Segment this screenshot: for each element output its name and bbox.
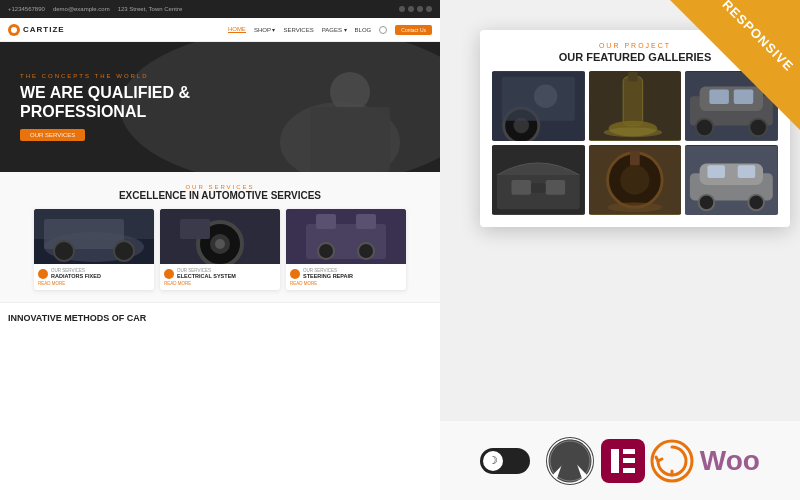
service-card-1: OUR SERVICES RADIATORS FIXED READ MORE bbox=[34, 209, 154, 290]
responsive-badge-container: RESPONSIVE bbox=[670, 0, 800, 130]
nav-pages[interactable]: PAGES ▾ bbox=[322, 26, 347, 33]
hero-subtitle: THE CONCEPTS THE WORLD bbox=[20, 73, 220, 79]
social-icon-tw[interactable] bbox=[408, 6, 414, 12]
svg-point-31 bbox=[603, 127, 662, 137]
logo-text: CARTIZE bbox=[23, 25, 65, 34]
services-grid: OUR SERVICES RADIATORS FIXED READ MORE bbox=[8, 209, 432, 290]
nav-blog[interactable]: BLOG bbox=[355, 27, 372, 33]
topbar-address: 123 Street, Town Centre bbox=[118, 6, 183, 12]
main-container: +1234567890 demo@example.com 123 Street,… bbox=[0, 0, 800, 500]
site-nav: CARTIZE HOME SHOP ▾ SERVICES PAGES ▾ BLO… bbox=[0, 18, 440, 42]
svg-point-48 bbox=[607, 202, 662, 212]
site-logo: CARTIZE bbox=[8, 24, 65, 36]
topbar-social bbox=[399, 6, 432, 12]
svg-point-14 bbox=[215, 239, 225, 249]
service-img-2 bbox=[160, 209, 280, 264]
innovative-title: INNOVATIVE METHODS OF CAR bbox=[8, 313, 432, 323]
nav-shop[interactable]: SHOP ▾ bbox=[254, 26, 276, 33]
svg-point-3 bbox=[330, 72, 370, 112]
dark-mode-toggle[interactable]: ☽ bbox=[480, 448, 530, 474]
svg-rect-15 bbox=[180, 219, 210, 239]
svg-rect-60 bbox=[611, 449, 619, 473]
svg-point-10 bbox=[114, 241, 134, 261]
svg-rect-42 bbox=[546, 180, 566, 195]
nav-cta-button[interactable]: Contact Us bbox=[395, 25, 432, 35]
service-info-2: OUR SERVICES ELECTRICAL SYSTEM READ MORE bbox=[160, 264, 280, 290]
svg-point-0 bbox=[11, 27, 17, 33]
gallery-item-6[interactable] bbox=[685, 145, 778, 215]
topbar-email: demo@example.com bbox=[53, 6, 110, 12]
service-info-1: OUR SERVICES RADIATORS FIXED READ MORE bbox=[34, 264, 154, 290]
svg-rect-21 bbox=[356, 214, 376, 229]
service-img-1 bbox=[34, 209, 154, 264]
topbar-phone: +1234567890 bbox=[8, 6, 45, 12]
elementor-icon bbox=[601, 439, 645, 483]
social-icon-ig[interactable] bbox=[417, 6, 423, 12]
service-icon-row-3: OUR SERVICES STEERING REPAIR bbox=[290, 268, 402, 279]
elementor-logo bbox=[601, 439, 645, 483]
moon-icon: ☽ bbox=[488, 454, 498, 467]
nav-services[interactable]: SERVICES bbox=[283, 27, 313, 33]
hero-title: WE ARE QUALIFIED & PROFESSIONAL bbox=[20, 83, 220, 121]
svg-rect-63 bbox=[623, 468, 635, 473]
service-info-3: OUR SERVICES STEERING REPAIR READ MORE bbox=[286, 264, 406, 290]
gallery-item-4[interactable] bbox=[492, 145, 585, 215]
wordpress-icon bbox=[545, 436, 595, 486]
gallery-item-5[interactable] bbox=[589, 145, 682, 215]
svg-rect-30 bbox=[628, 72, 638, 82]
svg-rect-62 bbox=[623, 458, 635, 463]
svg-rect-61 bbox=[623, 449, 635, 454]
gallery-item-1[interactable] bbox=[492, 71, 585, 141]
service-read-more-2[interactable]: READ MORE bbox=[164, 281, 276, 286]
topbar-left: +1234567890 demo@example.com 123 Street,… bbox=[8, 6, 182, 12]
social-icon-yt[interactable] bbox=[426, 6, 432, 12]
service-label-2: ELECTRICAL SYSTEM bbox=[177, 273, 236, 279]
service-read-more-3[interactable]: READ MORE bbox=[290, 281, 402, 286]
hero-cta-button[interactable]: OUR SERVICES bbox=[20, 129, 85, 141]
right-panel: RESPONSIVE OUR PROJECT OUR FEATURED GALL… bbox=[440, 0, 800, 500]
hero-bg-mechanic bbox=[240, 42, 400, 172]
social-icon-fb[interactable] bbox=[399, 6, 405, 12]
svg-point-53 bbox=[749, 195, 765, 211]
service-img-3 bbox=[286, 209, 406, 264]
service-icon-row-1: OUR SERVICES RADIATORS FIXED bbox=[38, 268, 150, 279]
service-read-more-1[interactable]: READ MORE bbox=[38, 281, 150, 286]
service-label-3: STEERING REPAIR bbox=[303, 273, 353, 279]
service-card-2: OUR SERVICES ELECTRICAL SYSTEM READ MORE bbox=[160, 209, 280, 290]
svg-rect-20 bbox=[316, 214, 336, 229]
nav-home[interactable]: HOME bbox=[228, 26, 246, 33]
svg-rect-28 bbox=[623, 77, 643, 126]
svg-point-9 bbox=[54, 241, 74, 261]
search-icon[interactable] bbox=[379, 26, 387, 34]
svg-rect-43 bbox=[531, 183, 546, 193]
electrical-icon bbox=[164, 269, 174, 279]
site-hero: THE CONCEPTS THE WORLD WE ARE QUALIFIED … bbox=[0, 42, 440, 172]
refresh-logo bbox=[650, 439, 694, 483]
svg-rect-47 bbox=[630, 151, 640, 166]
radiator-icon bbox=[38, 269, 48, 279]
site-services: OUR SERVICES EXCELLENCE IN AUTOMOTIVE SE… bbox=[0, 172, 440, 302]
svg-rect-55 bbox=[738, 165, 756, 178]
svg-point-19 bbox=[358, 243, 374, 259]
svg-rect-41 bbox=[512, 180, 532, 195]
website-preview: +1234567890 demo@example.com 123 Street,… bbox=[0, 0, 440, 500]
bottom-bar: ☽ bbox=[440, 420, 800, 500]
site-innovative: INNOVATIVE METHODS OF CAR bbox=[0, 302, 440, 327]
refresh-icon bbox=[650, 439, 694, 483]
svg-point-52 bbox=[699, 195, 715, 211]
services-title: EXCELLENCE IN AUTOMOTIVE SERVICES bbox=[8, 190, 432, 201]
service-icon-row-2: OUR SERVICES ELECTRICAL SYSTEM bbox=[164, 268, 276, 279]
woocommerce-label: Woo bbox=[700, 445, 760, 477]
service-card-3: OUR SERVICES STEERING REPAIR READ MORE bbox=[286, 209, 406, 290]
wordpress-logo bbox=[545, 436, 595, 486]
svg-point-26 bbox=[534, 85, 557, 108]
hero-content: THE CONCEPTS THE WORLD WE ARE QUALIFIED … bbox=[20, 73, 220, 141]
toggle-knob: ☽ bbox=[483, 451, 503, 471]
svg-rect-4 bbox=[310, 107, 390, 172]
svg-rect-54 bbox=[708, 165, 726, 178]
svg-point-18 bbox=[318, 243, 334, 259]
gallery-item-2[interactable] bbox=[589, 71, 682, 141]
woo-text: Woo bbox=[700, 445, 760, 477]
service-label-1: RADIATORS FIXED bbox=[51, 273, 101, 279]
logo-icon bbox=[8, 24, 20, 36]
